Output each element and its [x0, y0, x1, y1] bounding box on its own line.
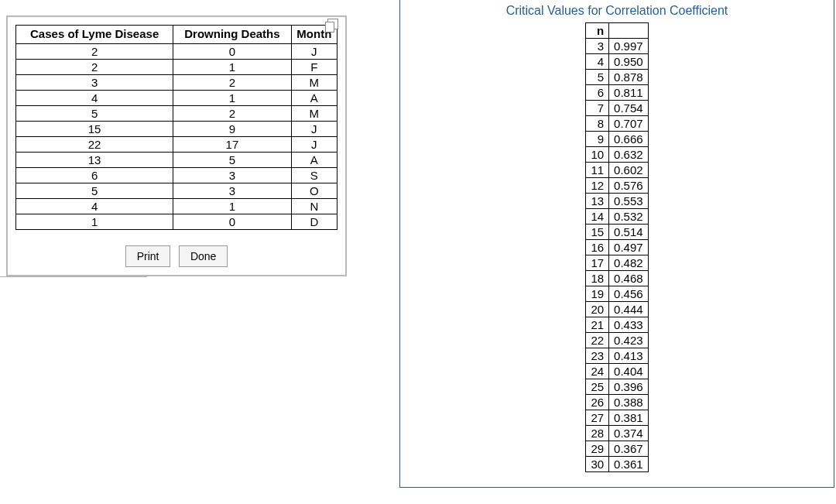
table-cell: 15 — [16, 121, 173, 136]
table-cell: 28 — [586, 426, 609, 441]
table-cell: 1 — [173, 59, 291, 74]
table-cell: 22 — [586, 333, 609, 348]
table-cell: 5 — [16, 105, 173, 121]
table-row: 159J — [16, 121, 337, 136]
table-row: 20J — [16, 43, 337, 59]
duplicate-icon[interactable] — [327, 19, 338, 29]
table-cell: 3 — [173, 167, 291, 183]
table-row: 10D — [16, 214, 337, 229]
table-cell: J — [291, 121, 337, 136]
table-row: 135A — [16, 152, 337, 167]
table-cell: 26 — [586, 395, 609, 410]
right-panel: Critical Values for Correlation Coeffici… — [399, 0, 834, 488]
table-cell: 5 — [16, 183, 173, 198]
table-row: 50.878 — [586, 70, 648, 85]
table-cell: 6 — [16, 167, 173, 183]
table-cell: 30 — [586, 457, 609, 472]
button-row: Print Done — [15, 245, 337, 267]
table-row: 190.456 — [586, 286, 648, 302]
table-cell: 24 — [586, 364, 609, 379]
table-row: 80.707 — [586, 116, 648, 132]
critical-values-table: n 30.99740.95050.87860.81170.75480.70790… — [585, 22, 648, 472]
table-cell: 0.878 — [609, 70, 649, 85]
table-row: 41N — [16, 198, 337, 214]
table-cell: 27 — [586, 410, 609, 426]
table-cell: 0.367 — [609, 441, 649, 457]
table-cell: 0.497 — [609, 240, 649, 255]
table-row: 290.367 — [586, 441, 648, 457]
table-cell: 4 — [586, 54, 609, 70]
table-cell: A — [291, 90, 337, 105]
table-cell: 0.413 — [609, 348, 649, 364]
table-row: 30.997 — [586, 39, 648, 54]
table-cell: 29 — [586, 441, 609, 457]
table-cell: 0.468 — [609, 271, 649, 286]
table-cell: 0.576 — [609, 178, 649, 194]
table-cell: 25 — [586, 379, 609, 395]
table-cell: 22 — [16, 136, 173, 152]
col-header-cases: Cases of Lyme Disease — [16, 26, 173, 44]
table-cell: 4 — [16, 198, 173, 214]
table-cell: 0.444 — [609, 302, 649, 317]
table-cell: 0.404 — [609, 364, 649, 379]
lyme-table: Cases of Lyme Disease Drowning Deaths Mo… — [15, 25, 337, 230]
table-cell: 0.361 — [609, 457, 649, 472]
table-row: 52M — [16, 105, 337, 121]
table-cell: 3 — [16, 74, 173, 90]
table-cell: 0.950 — [609, 54, 649, 70]
table-row: 53O — [16, 183, 337, 198]
table-cell: F — [291, 59, 337, 74]
table-cell: 13 — [16, 152, 173, 167]
table-row: 270.381 — [586, 410, 648, 426]
crit-header-n: n — [586, 23, 609, 39]
table-row: 200.444 — [586, 302, 648, 317]
table-cell: 0 — [173, 214, 291, 229]
table-cell: 20 — [586, 302, 609, 317]
table-row: 120.576 — [586, 178, 648, 194]
table-cell: 21 — [586, 317, 609, 333]
table-row: 160.497 — [586, 240, 648, 255]
table-row: 230.413 — [586, 348, 648, 364]
table-cell: 17 — [173, 136, 291, 152]
table-row: 280.374 — [586, 426, 648, 441]
print-button[interactable]: Print — [125, 245, 171, 267]
table-cell: 19 — [586, 286, 609, 302]
table-row: 100.632 — [586, 147, 648, 163]
table-cell: 6 — [586, 85, 609, 101]
table-cell: 0.532 — [609, 209, 649, 225]
table-cell: S — [291, 167, 337, 183]
table-cell: 17 — [586, 255, 609, 271]
table-cell: 0.482 — [609, 255, 649, 271]
table-cell: 3 — [586, 39, 609, 54]
table-row: 170.482 — [586, 255, 648, 271]
table-row: 260.388 — [586, 395, 648, 410]
table-row: 41A — [16, 90, 337, 105]
table-cell: 16 — [586, 240, 609, 255]
table-cell: 0.423 — [609, 333, 649, 348]
table-cell: 10 — [586, 147, 609, 163]
table-cell: 0.707 — [609, 116, 649, 132]
table-row: 140.532 — [586, 209, 648, 225]
table-cell: 5 — [173, 152, 291, 167]
table-row: 90.666 — [586, 132, 648, 147]
table-cell: 9 — [586, 132, 609, 147]
table-cell: 0.374 — [609, 426, 649, 441]
table-cell: 0 — [173, 43, 291, 59]
table-cell: 1 — [16, 214, 173, 229]
table-cell: 7 — [586, 101, 609, 116]
table-row: 150.514 — [586, 225, 648, 240]
table-cell: 0.632 — [609, 147, 649, 163]
table-cell: 1 — [173, 90, 291, 105]
done-button[interactable]: Done — [179, 245, 228, 267]
table-cell: 5 — [586, 70, 609, 85]
table-cell: 0.388 — [609, 395, 649, 410]
table-cell: M — [291, 74, 337, 90]
table-row: 60.811 — [586, 85, 648, 101]
table-cell: 2 — [16, 43, 173, 59]
table-cell: 0.811 — [609, 85, 649, 101]
table-row: 40.950 — [586, 54, 648, 70]
table-cell: 0.381 — [609, 410, 649, 426]
table-cell: J — [291, 136, 337, 152]
table-cell: D — [291, 214, 337, 229]
table-cell: 2 — [173, 105, 291, 121]
